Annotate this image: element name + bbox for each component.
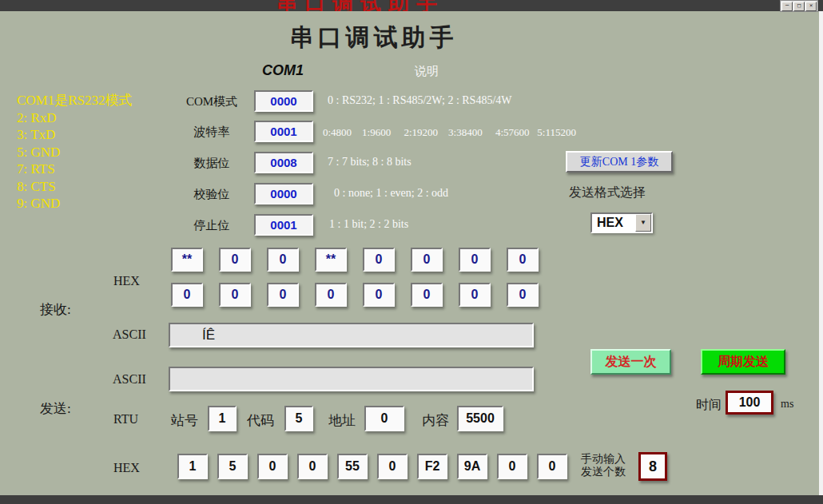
receive-hex-byte: 0 — [219, 248, 251, 272]
periodic-send-button[interactable]: 周期发送 — [701, 349, 785, 375]
send-hex-byte[interactable]: 55 — [337, 454, 368, 479]
send-hex-byte[interactable]: 0 — [297, 454, 328, 479]
baud-rate-desc: 0:4800 1:9600 2:19200 3:38400 4:57600 5:… — [323, 126, 576, 139]
rtu-address-field[interactable]: 0 — [364, 406, 404, 431]
send-hex-byte[interactable]: 9A — [457, 454, 487, 479]
data-bits-label: 数据位 — [184, 156, 240, 171]
rtu-content-label: 内容 — [422, 411, 449, 430]
manual-count-label: 手动输入 发送个数 — [581, 453, 626, 478]
receive-hex-byte: 0 — [459, 283, 491, 307]
pinout-line: 8: CTS — [17, 178, 133, 196]
receive-hex-byte: 0 — [363, 248, 395, 272]
pinout-line: 3: TxD — [17, 126, 133, 144]
right-edge — [819, 0, 823, 504]
parity-value[interactable]: 0000 — [254, 183, 313, 204]
app-window: 串口调试助手 ─ □ ✕ 串口调试助手 COM1 说明 COM1是RS232模式… — [0, 0, 823, 504]
send-format-dropdown[interactable]: HEX ▼ — [590, 212, 653, 233]
receive-hex-label: HEX — [113, 274, 140, 288]
page-title: 串口调试助手 — [0, 22, 747, 54]
receive-hex-byte: 0 — [411, 283, 443, 307]
data-bits-desc: 7 : 7 bits; 8 : 8 bits — [328, 156, 412, 169]
update-com-params-button[interactable]: 更新COM 1参数 — [566, 151, 673, 173]
send-hex-byte[interactable]: 1 — [177, 454, 208, 479]
time-field[interactable]: 100 — [726, 391, 773, 415]
pinout-line: COM1是RS232模式 — [17, 92, 133, 109]
com-mode-desc: 0 : RS232; 1 : RS485/2W; 2 : RS485/4W — [328, 94, 512, 107]
dropdown-arrow-icon[interactable]: ▼ — [635, 214, 651, 232]
close-button[interactable]: ✕ — [805, 2, 817, 11]
receive-hex-byte: 0 — [267, 248, 299, 272]
rtu-content-field[interactable]: 5500 — [457, 406, 503, 431]
rtu-label: RTU — [113, 412, 138, 427]
titlebar-ghost-text: 串口调试助手 — [276, 0, 444, 11]
pinout-line: 5: GND — [17, 144, 133, 161]
receive-hex-byte: 0 — [171, 283, 203, 307]
bottom-bar — [0, 495, 823, 504]
com-mode-value[interactable]: 0000 — [254, 90, 313, 112]
title-bar: 串口调试助手 — [0, 0, 823, 11]
receive-hex-byte: ** — [315, 248, 347, 272]
rtu-address-label: 地址 — [328, 411, 356, 430]
maximize-button[interactable]: □ — [793, 2, 805, 11]
receive-hex-byte: 0 — [507, 283, 539, 307]
baud-rate-value[interactable]: 0001 — [254, 121, 313, 142]
send-section-label: 发送: — [40, 399, 71, 418]
stop-bits-value[interactable]: 0001 — [254, 214, 313, 236]
rtu-station-label: 站号 — [171, 411, 198, 430]
receive-hex-byte: 0 — [411, 248, 443, 272]
minimize-button[interactable]: ─ — [781, 2, 793, 11]
send-hex-byte[interactable]: 0 — [537, 454, 567, 479]
parity-desc: 0 : none; 1 : even; 2 : odd — [334, 187, 448, 200]
send-hex-byte[interactable]: 5 — [217, 454, 248, 479]
pinout-line: 7: RTS — [17, 161, 133, 178]
rtu-station-field[interactable]: 1 — [208, 406, 237, 431]
receive-hex-byte: 0 — [267, 283, 299, 307]
manual-count-label-line1: 手动输入 — [581, 453, 626, 466]
parity-label: 校验位 — [184, 187, 240, 202]
time-unit-label: ms — [781, 398, 793, 411]
time-label: 时间 — [696, 397, 722, 414]
receive-hex-byte: 0 — [507, 248, 539, 272]
receive-hex-byte: 0 — [219, 283, 251, 307]
receive-hex-byte: ** — [171, 248, 203, 272]
com-mode-label: COM模式 — [184, 94, 240, 109]
receive-hex-byte: 0 — [459, 248, 491, 272]
com-port-label: COM1 — [262, 62, 304, 79]
send-once-button[interactable]: 发送一次 — [590, 349, 671, 375]
send-hex-byte[interactable]: 0 — [497, 454, 527, 479]
send-ascii-label: ASCII — [113, 372, 146, 387]
rtu-code-label: 代码 — [247, 411, 274, 430]
receive-ascii-label: ASCII — [113, 327, 146, 342]
manual-count-label-line2: 发送个数 — [581, 466, 626, 478]
pinout-line: 2: RxD — [17, 109, 133, 127]
rtu-code-field[interactable]: 5 — [284, 406, 313, 431]
send-count-field[interactable]: 8 — [638, 452, 667, 481]
window-controls: ─ □ ✕ — [780, 0, 818, 12]
baud-rate-label: 波特率 — [184, 125, 240, 140]
send-hex-byte[interactable]: F2 — [417, 454, 447, 479]
send-hex-byte[interactable]: 0 — [257, 454, 288, 479]
receive-section-label: 接收: — [40, 300, 71, 319]
receive-hex-byte: 0 — [315, 283, 347, 307]
stop-bits-desc: 1 : 1 bit; 2 : 2 bits — [329, 218, 408, 231]
send-format-label: 发送格式选择 — [569, 185, 646, 201]
send-ascii-field[interactable] — [169, 367, 534, 391]
send-hex-label: HEX — [113, 461, 140, 475]
send-hex-byte[interactable]: 0 — [377, 454, 408, 479]
stop-bits-label: 停止位 — [184, 218, 240, 233]
note-column-label: 说明 — [415, 64, 439, 79]
pinout-info: COM1是RS232模式 2: RxD 3: TxD 5: GND 7: RTS… — [17, 92, 133, 212]
receive-ascii-field: ÍÊ — [169, 323, 534, 347]
receive-hex-byte: 0 — [363, 283, 395, 307]
send-format-selected: HEX — [592, 214, 635, 232]
data-bits-value[interactable]: 0008 — [254, 152, 313, 173]
pinout-line: 9: GND — [17, 195, 133, 212]
